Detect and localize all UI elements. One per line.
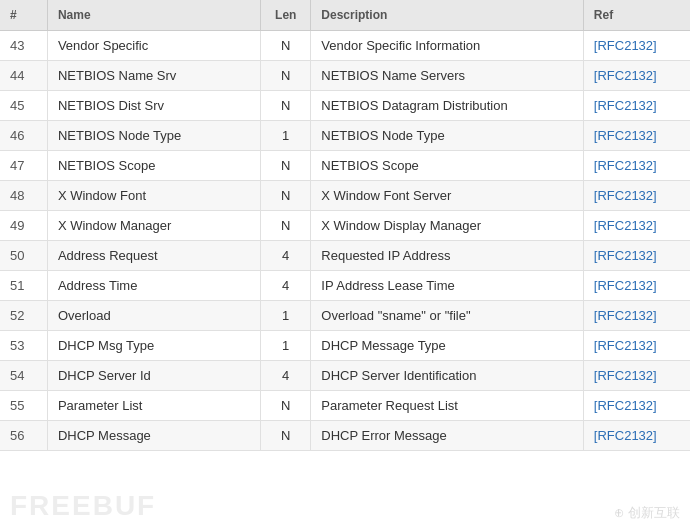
col-header-len: Len [261,0,311,31]
rfc-link[interactable]: [RFC2132] [594,68,657,83]
table-row: 43Vendor SpecificNVendor Specific Inform… [0,31,690,61]
cell-num: 45 [0,91,47,121]
cell-name: DHCP Server Id [47,361,260,391]
cell-name: NETBIOS Dist Srv [47,91,260,121]
cell-num: 56 [0,421,47,451]
cell-desc: Requested IP Address [311,241,584,271]
cell-ref: [RFC2132] [583,121,690,151]
table-row: 47NETBIOS ScopeNNETBIOS Scope[RFC2132] [0,151,690,181]
cell-len: N [261,391,311,421]
rfc-link[interactable]: [RFC2132] [594,158,657,173]
cell-name: X Window Manager [47,211,260,241]
cell-desc: X Window Font Server [311,181,584,211]
cell-desc: NETBIOS Node Type [311,121,584,151]
cell-name: X Window Font [47,181,260,211]
rfc-link[interactable]: [RFC2132] [594,278,657,293]
cell-desc: NETBIOS Datagram Distribution [311,91,584,121]
cell-len: 1 [261,121,311,151]
cell-len: N [261,421,311,451]
cell-num: 48 [0,181,47,211]
cell-desc: DHCP Message Type [311,331,584,361]
cell-name: DHCP Message [47,421,260,451]
table-row: 54DHCP Server Id4DHCP Server Identificat… [0,361,690,391]
cell-desc: DHCP Server Identification [311,361,584,391]
rfc-link[interactable]: [RFC2132] [594,218,657,233]
cell-name: Address Time [47,271,260,301]
cell-ref: [RFC2132] [583,241,690,271]
cell-ref: [RFC2132] [583,91,690,121]
col-header-name: Name [47,0,260,31]
cell-desc: NETBIOS Name Servers [311,61,584,91]
cell-len: 4 [261,241,311,271]
cell-name: NETBIOS Scope [47,151,260,181]
table-row: 56DHCP MessageNDHCP Error Message[RFC213… [0,421,690,451]
cell-len: 4 [261,361,311,391]
cell-desc: Vendor Specific Information [311,31,584,61]
cell-ref: [RFC2132] [583,61,690,91]
cell-num: 47 [0,151,47,181]
cell-desc: NETBIOS Scope [311,151,584,181]
cell-desc: IP Address Lease Time [311,271,584,301]
cell-len: N [261,181,311,211]
cell-desc: DHCP Error Message [311,421,584,451]
table-header: # Name Len Description Ref [0,0,690,31]
rfc-link[interactable]: [RFC2132] [594,128,657,143]
cell-name: Overload [47,301,260,331]
cell-num: 52 [0,301,47,331]
rfc-link[interactable]: [RFC2132] [594,38,657,53]
cell-ref: [RFC2132] [583,331,690,361]
rfc-link[interactable]: [RFC2132] [594,308,657,323]
table-row: 49X Window ManagerNX Window Display Mana… [0,211,690,241]
table-row: 45NETBIOS Dist SrvNNETBIOS Datagram Dist… [0,91,690,121]
rfc-link[interactable]: [RFC2132] [594,248,657,263]
cell-ref: [RFC2132] [583,211,690,241]
table-row: 46NETBIOS Node Type1NETBIOS Node Type[RF… [0,121,690,151]
cell-name: DHCP Msg Type [47,331,260,361]
cell-desc: Parameter Request List [311,391,584,421]
cell-num: 53 [0,331,47,361]
dhcp-options-table: # Name Len Description Ref 43Vendor Spec… [0,0,690,451]
cell-ref: [RFC2132] [583,391,690,421]
cell-len: 4 [261,271,311,301]
cell-len: N [261,31,311,61]
table-row: 50Address Request4Requested IP Address[R… [0,241,690,271]
cell-ref: [RFC2132] [583,271,690,301]
table-row: 44NETBIOS Name SrvNNETBIOS Name Servers[… [0,61,690,91]
rfc-link[interactable]: [RFC2132] [594,98,657,113]
cell-num: 54 [0,361,47,391]
rfc-link[interactable]: [RFC2132] [594,338,657,353]
rfc-link[interactable]: [RFC2132] [594,188,657,203]
table-row: 53DHCP Msg Type1DHCP Message Type[RFC213… [0,331,690,361]
cell-name: Address Request [47,241,260,271]
cell-len: 1 [261,331,311,361]
cell-num: 43 [0,31,47,61]
cell-desc: Overload "sname" or "file" [311,301,584,331]
cell-num: 51 [0,271,47,301]
table-row: 51Address Time4IP Address Lease Time[RFC… [0,271,690,301]
rfc-link[interactable]: [RFC2132] [594,398,657,413]
cell-ref: [RFC2132] [583,151,690,181]
cell-num: 50 [0,241,47,271]
cell-ref: [RFC2132] [583,301,690,331]
table-row: 52Overload1Overload "sname" or "file"[RF… [0,301,690,331]
cell-ref: [RFC2132] [583,31,690,61]
cell-name: Vendor Specific [47,31,260,61]
table-body: 43Vendor SpecificNVendor Specific Inform… [0,31,690,451]
cell-name: NETBIOS Node Type [47,121,260,151]
rfc-link[interactable]: [RFC2132] [594,368,657,383]
cell-len: N [261,211,311,241]
cell-ref: [RFC2132] [583,421,690,451]
cell-ref: [RFC2132] [583,361,690,391]
cell-num: 44 [0,61,47,91]
cell-name: NETBIOS Name Srv [47,61,260,91]
cell-name: Parameter List [47,391,260,421]
cell-ref: [RFC2132] [583,181,690,211]
cell-len: 1 [261,301,311,331]
cell-len: N [261,61,311,91]
cell-len: N [261,151,311,181]
col-header-ref: Ref [583,0,690,31]
cell-num: 49 [0,211,47,241]
col-header-desc: Description [311,0,584,31]
rfc-link[interactable]: [RFC2132] [594,428,657,443]
cell-desc: X Window Display Manager [311,211,584,241]
